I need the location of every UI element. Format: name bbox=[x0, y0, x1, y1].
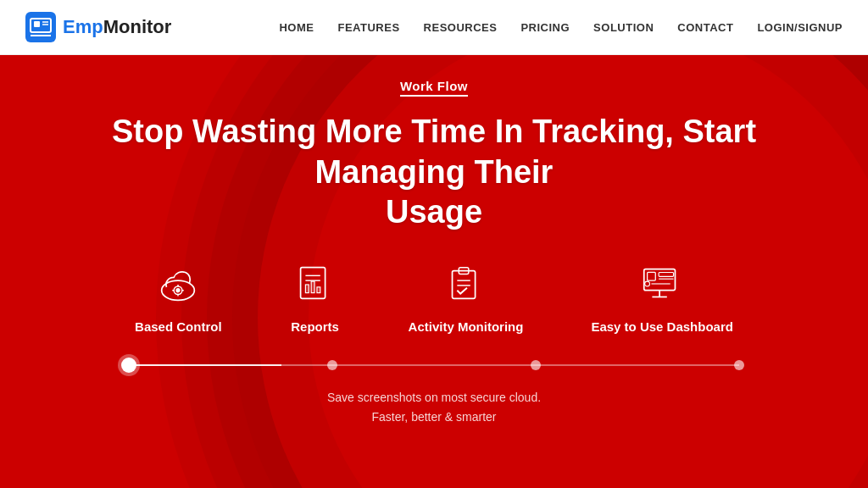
hero-section: Work Flow Stop Wasting More Time In Trac… bbox=[0, 55, 868, 488]
feature-activity-monitoring: Activity Monitoring bbox=[409, 258, 524, 334]
progress-dot-4[interactable] bbox=[734, 360, 744, 370]
logo[interactable]: EmpMonitor bbox=[25, 12, 171, 42]
nav-resources[interactable]: RESOURCES bbox=[424, 21, 498, 34]
feature-dashboard-label: Easy to Use Dashboard bbox=[591, 319, 733, 334]
svg-rect-18 bbox=[316, 286, 320, 292]
feature-reports: Reports bbox=[290, 258, 341, 334]
feature-based-control-label: Based Control bbox=[135, 319, 222, 334]
feature-activity-monitoring-label: Activity Monitoring bbox=[409, 319, 524, 334]
progress-fill bbox=[129, 364, 281, 366]
footer-line1: Save screenshots on most secure cloud. bbox=[0, 388, 868, 408]
svg-rect-19 bbox=[453, 270, 476, 298]
chart-report-icon bbox=[290, 258, 341, 309]
progress-dot-1[interactable] bbox=[121, 358, 136, 373]
workflow-label: Work Flow bbox=[400, 79, 468, 97]
clipboard-check-icon bbox=[440, 258, 491, 309]
logo-icon bbox=[25, 12, 56, 42]
feature-reports-label: Reports bbox=[291, 319, 339, 334]
svg-rect-2 bbox=[34, 21, 40, 27]
progress-dot-3[interactable] bbox=[531, 360, 541, 370]
svg-rect-16 bbox=[305, 284, 309, 292]
footer-line2: Faster, better & smarter bbox=[0, 408, 868, 428]
progress-track bbox=[129, 364, 739, 366]
svg-rect-26 bbox=[648, 272, 656, 280]
monitor-chart-icon bbox=[637, 258, 687, 309]
hero-footer-text: Save screenshots on most secure cloud. F… bbox=[0, 388, 868, 429]
features-row: Based Control Reports bbox=[0, 258, 868, 334]
feature-dashboard: Easy to Use Dashboard bbox=[591, 258, 733, 334]
feature-based-control: Based Control bbox=[135, 258, 222, 334]
nav-solution[interactable]: SOLUTION bbox=[593, 21, 654, 34]
svg-rect-17 bbox=[311, 281, 314, 293]
svg-point-27 bbox=[645, 281, 650, 286]
nav-pricing[interactable]: PRICING bbox=[520, 21, 570, 34]
nav-links: HOME FEATURES RESOURCES PRICING SOLUTION… bbox=[279, 19, 843, 35]
nav-contact[interactable]: CONTACT bbox=[677, 21, 733, 34]
nav-features[interactable]: FEATURES bbox=[337, 21, 399, 34]
progress-line bbox=[0, 364, 868, 366]
hero-content: Work Flow Stop Wasting More Time In Trac… bbox=[0, 55, 868, 428]
progress-dot-2[interactable] bbox=[327, 360, 337, 370]
cloud-settings-icon bbox=[153, 258, 203, 309]
nav-home[interactable]: HOME bbox=[279, 21, 314, 34]
svg-rect-29 bbox=[659, 272, 673, 276]
navbar: EmpMonitor HOME FEATURES RESOURCES PRICI… bbox=[0, 0, 868, 55]
logo-text: EmpMonitor bbox=[63, 16, 171, 38]
svg-point-8 bbox=[176, 288, 180, 291]
hero-title: Stop Wasting More Time In Tracking, Star… bbox=[53, 112, 815, 233]
nav-login-signup[interactable]: LOGIN/SIGNUP bbox=[757, 21, 843, 34]
